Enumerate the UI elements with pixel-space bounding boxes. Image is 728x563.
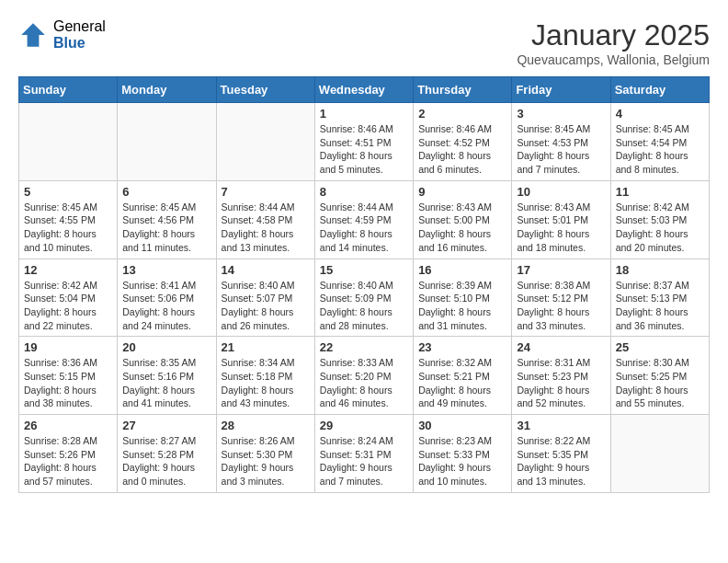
day-number: 9 [418,185,506,199]
table-row: 30Sunrise: 8:23 AM Sunset: 5:33 PM Dayli… [414,415,512,493]
calendar-table: Sunday Monday Tuesday Wednesday Thursday… [18,76,710,493]
table-row: 1Sunrise: 8:46 AM Sunset: 4:51 PM Daylig… [314,103,413,181]
day-info: Sunrise: 8:42 AM Sunset: 5:03 PM Dayligh… [616,201,704,255]
day-info: Sunrise: 8:46 AM Sunset: 4:52 PM Dayligh… [418,122,506,177]
table-row: 20Sunrise: 8:35 AM Sunset: 5:16 PM Dayli… [118,337,216,415]
day-info: Sunrise: 8:32 AM Sunset: 5:21 PM Dayligh… [418,356,506,410]
day-number: 4 [616,107,704,121]
day-number: 5 [24,185,112,199]
day-number: 25 [616,340,704,354]
table-row: 24Sunrise: 8:31 AM Sunset: 5:23 PM Dayli… [512,337,610,415]
table-row: 15Sunrise: 8:40 AM Sunset: 5:09 PM Dayli… [314,259,413,337]
day-number: 27 [122,419,210,432]
table-row: 28Sunrise: 8:26 AM Sunset: 5:30 PM Dayli… [216,415,314,493]
day-info: Sunrise: 8:45 AM Sunset: 4:56 PM Dayligh… [122,201,210,255]
table-row: 11Sunrise: 8:42 AM Sunset: 5:03 PM Dayli… [610,180,709,259]
day-number: 16 [418,263,506,277]
day-info: Sunrise: 8:40 AM Sunset: 5:09 PM Dayligh… [320,279,408,333]
day-number: 23 [418,340,506,354]
day-number: 21 [222,340,310,354]
col-monday: Monday [118,77,216,103]
table-row: 10Sunrise: 8:43 AM Sunset: 5:01 PM Dayli… [512,180,610,259]
calendar-week-row: 5Sunrise: 8:45 AM Sunset: 4:55 PM Daylig… [19,180,710,259]
day-number: 20 [122,340,210,354]
day-info: Sunrise: 8:37 AM Sunset: 5:13 PM Dayligh… [616,279,704,333]
logo: General Blue [18,18,106,51]
day-info: Sunrise: 8:41 AM Sunset: 5:06 PM Dayligh… [122,279,210,333]
table-row: 3Sunrise: 8:45 AM Sunset: 4:53 PM Daylig… [512,103,610,181]
location-title: Quevaucamps, Wallonia, Belgium [517,52,710,67]
day-number: 3 [517,107,605,121]
logo-text: General Blue [53,18,106,51]
day-info: Sunrise: 8:24 AM Sunset: 5:31 PM Dayligh… [320,434,408,488]
table-row [610,415,709,493]
day-info: Sunrise: 8:31 AM Sunset: 5:23 PM Dayligh… [517,356,605,410]
table-row: 26Sunrise: 8:28 AM Sunset: 5:26 PM Dayli… [19,415,118,493]
table-row: 17Sunrise: 8:38 AM Sunset: 5:12 PM Dayli… [512,259,610,337]
table-row: 27Sunrise: 8:27 AM Sunset: 5:28 PM Dayli… [118,415,216,493]
day-info: Sunrise: 8:26 AM Sunset: 5:30 PM Dayligh… [222,434,310,488]
day-info: Sunrise: 8:38 AM Sunset: 5:12 PM Dayligh… [517,279,605,333]
col-thursday: Thursday [414,77,512,103]
logo-blue: Blue [53,35,106,52]
table-row: 6Sunrise: 8:45 AM Sunset: 4:56 PM Daylig… [118,180,216,259]
table-row: 16Sunrise: 8:39 AM Sunset: 5:10 PM Dayli… [414,259,512,337]
day-info: Sunrise: 8:28 AM Sunset: 5:26 PM Dayligh… [24,434,112,488]
day-number: 10 [517,185,605,199]
calendar-week-row: 26Sunrise: 8:28 AM Sunset: 5:26 PM Dayli… [19,415,710,493]
logo-icon [18,20,48,50]
day-info: Sunrise: 8:35 AM Sunset: 5:16 PM Dayligh… [122,356,210,410]
day-number: 29 [320,419,408,432]
day-info: Sunrise: 8:30 AM Sunset: 5:25 PM Dayligh… [616,356,704,410]
day-number: 31 [517,419,605,432]
page-header: General Blue January 2025 Quevaucamps, W… [18,18,710,67]
day-number: 6 [122,185,210,199]
day-number: 1 [320,107,408,121]
title-block: January 2025 Quevaucamps, Wallonia, Belg… [517,18,710,67]
day-number: 12 [24,263,112,277]
table-row: 9Sunrise: 8:43 AM Sunset: 5:00 PM Daylig… [414,180,512,259]
day-number: 26 [24,419,112,432]
day-number: 2 [418,107,506,121]
table-row: 4Sunrise: 8:45 AM Sunset: 4:54 PM Daylig… [610,103,709,181]
table-row [216,103,314,181]
day-number: 11 [616,185,704,199]
day-number: 28 [222,419,310,432]
table-row: 19Sunrise: 8:36 AM Sunset: 5:15 PM Dayli… [19,337,118,415]
day-number: 19 [24,340,112,354]
col-sunday: Sunday [19,77,118,103]
table-row: 12Sunrise: 8:42 AM Sunset: 5:04 PM Dayli… [19,259,118,337]
table-row: 5Sunrise: 8:45 AM Sunset: 4:55 PM Daylig… [19,180,118,259]
col-wednesday: Wednesday [314,77,413,103]
day-number: 18 [616,263,704,277]
day-info: Sunrise: 8:23 AM Sunset: 5:33 PM Dayligh… [418,434,506,488]
day-info: Sunrise: 8:22 AM Sunset: 5:35 PM Dayligh… [517,434,605,488]
day-number: 22 [320,340,408,354]
day-info: Sunrise: 8:42 AM Sunset: 5:04 PM Dayligh… [24,279,112,333]
table-row: 31Sunrise: 8:22 AM Sunset: 5:35 PM Dayli… [512,415,610,493]
table-row: 25Sunrise: 8:30 AM Sunset: 5:25 PM Dayli… [610,337,709,415]
day-number: 8 [320,185,408,199]
table-row [19,103,118,181]
day-number: 17 [517,263,605,277]
col-friday: Friday [512,77,610,103]
day-number: 24 [517,340,605,354]
day-info: Sunrise: 8:44 AM Sunset: 4:59 PM Dayligh… [320,201,408,255]
day-info: Sunrise: 8:45 AM Sunset: 4:53 PM Dayligh… [517,122,605,177]
day-info: Sunrise: 8:36 AM Sunset: 5:15 PM Dayligh… [24,356,112,410]
table-row: 8Sunrise: 8:44 AM Sunset: 4:59 PM Daylig… [314,180,413,259]
svg-marker-0 [21,23,45,47]
day-info: Sunrise: 8:46 AM Sunset: 4:51 PM Dayligh… [320,122,408,177]
day-number: 13 [122,263,210,277]
day-info: Sunrise: 8:45 AM Sunset: 4:55 PM Dayligh… [24,201,112,255]
day-info: Sunrise: 8:45 AM Sunset: 4:54 PM Dayligh… [616,122,704,177]
day-info: Sunrise: 8:27 AM Sunset: 5:28 PM Dayligh… [122,434,210,488]
day-number: 30 [418,419,506,432]
calendar-week-row: 19Sunrise: 8:36 AM Sunset: 5:15 PM Dayli… [19,337,710,415]
table-row: 23Sunrise: 8:32 AM Sunset: 5:21 PM Dayli… [414,337,512,415]
day-number: 7 [222,185,310,199]
calendar-header-row: Sunday Monday Tuesday Wednesday Thursday… [19,77,710,103]
table-row: 13Sunrise: 8:41 AM Sunset: 5:06 PM Dayli… [118,259,216,337]
day-info: Sunrise: 8:43 AM Sunset: 5:00 PM Dayligh… [418,201,506,255]
day-number: 14 [222,263,310,277]
